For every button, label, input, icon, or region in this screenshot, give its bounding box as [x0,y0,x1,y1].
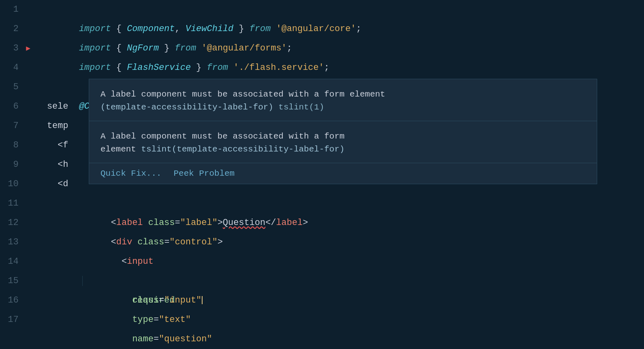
tooltip-popup: A label component must be associated wit… [89,79,597,184]
line-number-16: 16 [0,295,24,305]
line-gutter-3: ▶ [24,44,32,53]
line-number-15: 15 [0,276,24,286]
tooltip-main-text-2a: A label component must be associated wit… [100,132,345,141]
quick-fix-button[interactable]: Quick Fix... [100,169,161,178]
line-number-17: 17 [0,315,24,325]
line-number-2: 2 [0,24,24,34]
line-number-1: 1 [0,4,24,15]
code-line-2: 2 import { NgForm } from '@angular/forms… [0,19,644,39]
tooltip-main-text-2b: element [100,145,136,154]
code-line-1: 1 import { Component, ViewChild } from '… [0,0,644,19]
line-number-3: 3 [0,43,24,53]
code-line-15: 15 class="input" [0,271,644,291]
line-number-11: 11 [0,198,24,208]
line-content-10: <d [32,174,68,194]
code-line-12: 12 <div class="control"> [0,213,644,233]
code-line-3: 3 ▶ import { FlashService } from './flas… [0,39,644,58]
line-number-7: 7 [0,121,24,131]
editor-container: 1 import { Component, ViewChild } from '… [0,0,644,349]
code-line-16: 16 type="text" [0,291,644,310]
line-number-14: 14 [0,256,24,267]
line-number-5: 5 [0,82,24,92]
tooltip-code-1: (template-accessibility-label-for) [100,103,273,112]
line-number-6: 6 [0,101,24,111]
line-content-17: name="question" [32,310,212,349]
tooltip-text-2: A label component must be associated wit… [100,130,585,156]
line-number-10: 10 [0,179,24,189]
tooltip-code-2: tslint(template-accessibility-label-for) [141,145,345,154]
line-content-8: <f [32,136,68,155]
tooltip-section-1: A label component must be associated wit… [89,79,597,121]
line-number-13: 13 [0,237,24,247]
code-line-17: 17 name="question" [0,310,644,330]
code-line-14: 14 required [0,252,644,271]
line-number-9: 9 [0,160,24,170]
line-content-7: temp [32,116,68,136]
code-line-4: 4 [0,58,644,78]
line-content-6: sele [32,97,68,116]
line-content-4 [32,58,42,78]
code-line-13: 13 <input [0,233,644,252]
attr-name: name [132,334,154,344]
tooltip-lint-1: tslint(1) [278,103,324,112]
attr-val-question: "question" [159,334,212,344]
code-line-11: 11 <label class="label">Question</label> [0,194,644,213]
tooltip-text-1: A label component must be associated wit… [100,88,585,114]
line-number-12: 12 [0,218,24,228]
line-number-4: 4 [0,63,24,73]
tooltip-main-text-1: A label component must be associated wit… [100,90,385,99]
line-number-8: 8 [0,140,24,150]
debug-arrow: ▶ [26,44,31,53]
line-content-9: <h [32,155,68,174]
tooltip-section-2: A label component must be associated wit… [89,121,597,163]
tooltip-actions: Quick Fix... Peek Problem [89,163,597,184]
peek-problem-button[interactable]: Peek Problem [174,169,234,178]
